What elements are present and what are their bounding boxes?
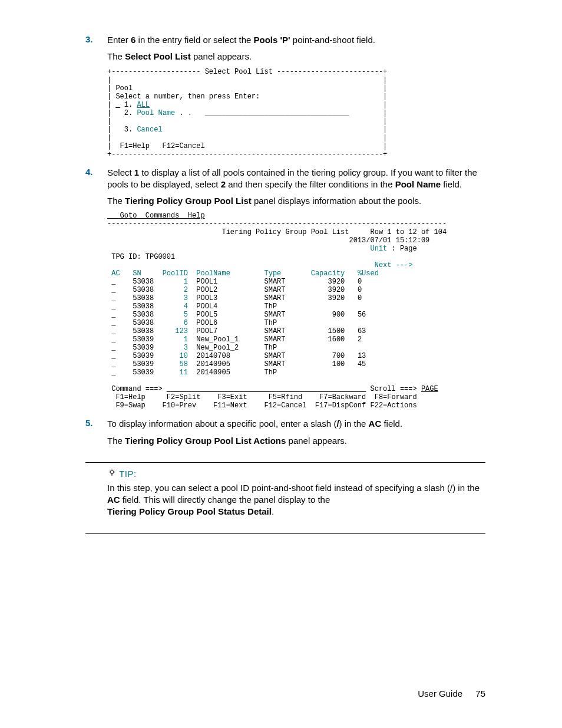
tip-body: In this step, you can select a pool ID p… <box>85 482 485 518</box>
footer-label: User Guide <box>418 689 462 699</box>
step-text: To display information about a specific … <box>107 418 485 430</box>
tip-label: TIP: <box>119 469 137 479</box>
step-5: 5. To display information about a specif… <box>85 418 485 447</box>
lightbulb-icon <box>107 469 117 479</box>
step-number: 5. <box>85 418 93 428</box>
page-number: 75 <box>475 689 485 699</box>
step-4: 4. Select 1 to display a list of all poo… <box>85 167 485 410</box>
divider <box>85 462 485 463</box>
step-subtext: The Select Pool List panel appears. <box>107 51 485 62</box>
step-number: 3. <box>85 34 93 44</box>
svg-point-0 <box>110 470 114 474</box>
step-subtext: The Tiering Policy Group Pool List panel… <box>107 195 485 207</box>
page-footer: User Guide 75 <box>418 689 485 699</box>
pool-list-panel: Goto Commands Help ---------------------… <box>107 212 485 410</box>
step-subtext: The Tiering Policy Group Pool List Actio… <box>107 435 485 447</box>
step-text: Enter 6 in the entry field or select the… <box>107 34 485 46</box>
svg-line-4 <box>110 470 110 470</box>
tip-heading: TIP: <box>85 469 485 479</box>
select-pool-list-panel: +--------------------- Select Pool List … <box>107 68 485 159</box>
step-3: 3. Enter 6 in the entry field or select … <box>85 34 485 159</box>
step-text: Select 1 to display a list of all pools … <box>107 167 485 191</box>
divider <box>85 533 485 534</box>
svg-line-5 <box>114 470 114 470</box>
step-number: 4. <box>85 167 93 177</box>
